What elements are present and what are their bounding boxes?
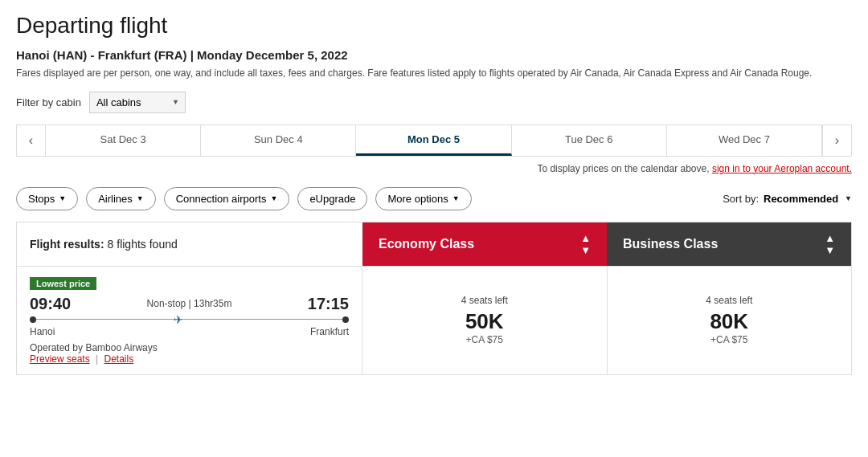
eupgrade-button[interactable]: eUpgrade bbox=[297, 187, 367, 210]
results-header: Flight results: 8 flights found Economy … bbox=[16, 222, 852, 267]
flight-path: ✈ bbox=[30, 316, 349, 323]
business-class-header[interactable]: Business Class ▲▼ bbox=[607, 222, 851, 266]
economy-price-col[interactable]: 4 seats left 50K +CA $75 bbox=[362, 267, 608, 374]
cal-day-3[interactable]: Tue Dec 6 bbox=[512, 125, 667, 156]
filter-cabin-label: Filter by cabin bbox=[16, 96, 81, 108]
flight-path-line: ✈ bbox=[36, 319, 342, 320]
economy-sort-icon: ▲▼ bbox=[580, 232, 591, 256]
destination-dot-icon bbox=[342, 316, 349, 323]
cal-day-0[interactable]: Sat Dec 3 bbox=[46, 125, 201, 156]
flight-count: 8 flights found bbox=[108, 238, 178, 251]
calendar-nav: ‹ Sat Dec 3 Sun Dec 4 Mon Dec 5 Tue Dec … bbox=[16, 124, 852, 157]
fare-note: Fares displayed are per person, one way,… bbox=[16, 67, 852, 80]
lowest-price-badge: Lowest price bbox=[30, 277, 96, 290]
airlines-chevron-icon: ▼ bbox=[137, 194, 144, 202]
results-label: Flight results: 8 flights found bbox=[17, 222, 362, 266]
preview-seats-link[interactable]: Preview seats bbox=[30, 353, 90, 365]
arrive-time: 17:15 bbox=[308, 295, 349, 313]
economy-seats-left: 4 seats left bbox=[461, 295, 508, 306]
connection-filter-button[interactable]: Connection airports ▼ bbox=[164, 187, 290, 210]
flight-row: Lowest price 09:40 Non-stop | 13hr35m 17… bbox=[16, 267, 852, 375]
connection-chevron-icon: ▼ bbox=[270, 194, 277, 202]
business-price-sub: +CA $75 bbox=[710, 334, 747, 345]
operator-label: Operated by Bamboo Airways bbox=[30, 342, 349, 353]
business-class-label: Business Class bbox=[623, 237, 718, 251]
sort-select[interactable]: Recommended bbox=[764, 193, 852, 205]
economy-class-label: Economy Class bbox=[379, 237, 474, 251]
cal-day-1[interactable]: Sun Dec 4 bbox=[201, 125, 356, 156]
business-price-col[interactable]: 4 seats left 80K +CA $75 bbox=[608, 267, 852, 374]
filter-bar: Stops ▼ Airlines ▼ Connection airports ▼… bbox=[16, 187, 852, 210]
city-labels: Hanoi Frankfurt bbox=[30, 326, 349, 337]
flight-times: 09:40 Non-stop | 13hr35m 17:15 bbox=[30, 295, 349, 313]
sign-in-note: To display prices on the calendar above,… bbox=[16, 163, 852, 174]
cabin-select[interactable]: All cabins bbox=[89, 92, 186, 113]
origin-dot-icon bbox=[30, 316, 36, 323]
cal-day-2[interactable]: Mon Dec 5 bbox=[356, 125, 511, 156]
details-link[interactable]: Details bbox=[104, 353, 134, 365]
flight-info: Lowest price 09:40 Non-stop | 13hr35m 17… bbox=[17, 267, 362, 374]
route-line: Hanoi (HAN) - Frankfurt (FRA) | Monday D… bbox=[16, 48, 852, 62]
sort-select-wrapper[interactable]: Recommended bbox=[764, 193, 852, 205]
business-price: 80K bbox=[710, 309, 748, 334]
stops-chevron-icon: ▼ bbox=[59, 194, 66, 202]
economy-price: 50K bbox=[465, 309, 504, 334]
sort-label: Sort by: bbox=[723, 193, 759, 205]
calendar-prev-arrow[interactable]: ‹ bbox=[17, 125, 46, 156]
business-seats-left: 4 seats left bbox=[706, 295, 752, 306]
depart-time: 09:40 bbox=[30, 295, 71, 313]
cabin-select-wrapper[interactable]: All cabins bbox=[89, 92, 186, 113]
economy-price-sub: +CA $75 bbox=[466, 334, 503, 345]
calendar-next-arrow[interactable]: › bbox=[822, 125, 851, 156]
destination-city: Frankfurt bbox=[310, 326, 349, 337]
airlines-filter-button[interactable]: Airlines ▼ bbox=[86, 187, 156, 210]
business-sort-icon: ▲▼ bbox=[825, 232, 835, 256]
more-options-chevron-icon: ▼ bbox=[452, 194, 460, 202]
filter-cabin-row: Filter by cabin All cabins bbox=[16, 92, 852, 113]
page-container: Departing flight Hanoi (HAN) - Frankfurt… bbox=[0, 0, 868, 388]
page-title: Departing flight bbox=[16, 13, 852, 39]
more-options-button[interactable]: More options ▼ bbox=[375, 187, 471, 210]
plane-icon: ✈ bbox=[174, 313, 183, 326]
stops-filter-button[interactable]: Stops ▼ bbox=[16, 187, 78, 210]
origin-city: Hanoi bbox=[30, 326, 55, 337]
flight-stop-info: Non-stop | 13hr35m bbox=[147, 298, 232, 309]
cal-day-4[interactable]: Wed Dec 7 bbox=[667, 125, 822, 156]
economy-class-header[interactable]: Economy Class ▲▼ bbox=[362, 222, 607, 266]
sort-area: Sort by: Recommended bbox=[723, 193, 852, 205]
flight-actions: Preview seats | Details bbox=[30, 353, 349, 365]
sign-in-link[interactable]: sign in to your Aeroplan account. bbox=[712, 163, 852, 174]
action-separator: | bbox=[96, 353, 98, 365]
flight-results-text: Flight results: bbox=[30, 238, 104, 251]
